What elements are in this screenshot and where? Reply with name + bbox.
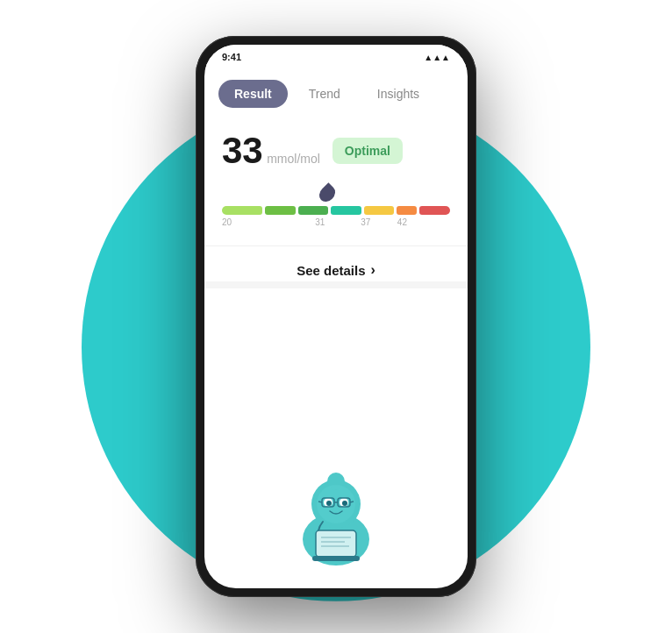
tab-trend[interactable]: Trend xyxy=(293,80,356,108)
svg-point-7 xyxy=(342,501,347,506)
tab-insights[interactable]: Insights xyxy=(361,80,435,108)
tab-result[interactable]: Result xyxy=(218,80,288,108)
value-section: 33 mmol/mol Optimal xyxy=(222,132,450,169)
scale-bar xyxy=(222,206,450,215)
scene: 9:41 ▲▲▲ Result Trend Insights xyxy=(0,0,672,633)
arrow-head xyxy=(316,182,338,204)
bar-segment-4 xyxy=(331,206,361,215)
phone-screen: 9:41 ▲▲▲ Result Trend Insights xyxy=(204,45,468,588)
numeric-value: 33 xyxy=(222,130,263,171)
svg-rect-15 xyxy=(312,556,360,561)
signal-icon: ▲▲▲ xyxy=(424,53,450,62)
character-illustration xyxy=(288,452,384,565)
character-section xyxy=(222,288,450,574)
scale-label-20: 20 xyxy=(222,217,232,227)
scale-label-37: 37 xyxy=(361,217,370,227)
chevron-right-icon: › xyxy=(371,262,375,278)
phone-device: 9:41 ▲▲▲ Result Trend Insights xyxy=(196,36,476,597)
see-details-button[interactable]: See details › xyxy=(222,259,450,281)
scale-label-42: 42 xyxy=(397,217,407,227)
bar-segment-1 xyxy=(222,206,262,215)
bar-segment-5 xyxy=(364,206,395,215)
tab-bar: Result Trend Insights xyxy=(204,69,468,115)
svg-point-6 xyxy=(326,501,332,506)
divider-1 xyxy=(204,245,468,246)
bar-segment-3 xyxy=(298,206,329,215)
result-content: 33 mmol/mol Optimal xyxy=(204,115,468,588)
scale-wrapper: 20 31 37 42 xyxy=(222,187,450,233)
status-icons: ▲▲▲ xyxy=(424,53,450,62)
svg-line-12 xyxy=(350,501,354,502)
bar-segment-7 xyxy=(419,206,450,215)
status-badge: Optimal xyxy=(332,138,403,164)
result-value: 33 mmol/mol xyxy=(222,132,320,169)
section-divider xyxy=(204,281,468,288)
bar-segment-6 xyxy=(397,206,417,215)
value-unit: mmol/mol xyxy=(267,152,320,166)
scale-label-31: 31 xyxy=(315,217,325,227)
see-details-label: See details xyxy=(297,263,365,278)
status-bar: 9:41 ▲▲▲ xyxy=(204,45,468,69)
status-time: 9:41 xyxy=(222,52,241,62)
bar-segment-2 xyxy=(265,206,296,215)
svg-line-11 xyxy=(318,501,322,502)
svg-rect-14 xyxy=(316,530,356,557)
